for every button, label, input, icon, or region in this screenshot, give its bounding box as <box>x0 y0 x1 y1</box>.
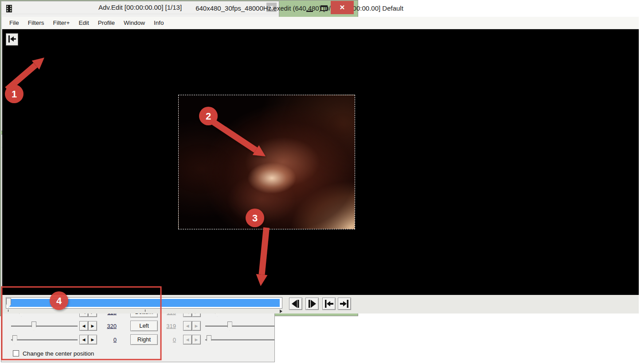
menu-window[interactable]: Window <box>119 19 149 26</box>
spin-decrease-icon: ◀ <box>183 335 192 345</box>
param-name-button[interactable]: Right <box>130 334 158 345</box>
spin-decrease-icon[interactable]: ◀ <box>79 335 88 345</box>
menu-file[interactable]: File <box>5 19 23 26</box>
go-to-start-icon[interactable] <box>6 33 18 46</box>
param-slider-right[interactable] <box>205 321 274 331</box>
slider-track <box>205 325 274 327</box>
param-slider-right[interactable] <box>205 335 274 345</box>
seek-fill <box>9 299 280 307</box>
close-icon[interactable]: ✕ <box>331 1 354 14</box>
slider-track <box>11 325 78 327</box>
seek-bar[interactable] <box>6 297 282 309</box>
spin-increase-icon: ▶ <box>192 321 201 331</box>
param-name-button[interactable]: Left <box>130 321 158 331</box>
seek-range-end-marker <box>280 310 282 313</box>
parameter-row: ◀▶0Right0◀▶ <box>1 333 275 346</box>
spin-decrease-icon[interactable]: ◀ <box>79 321 88 331</box>
param-value-left[interactable]: 320 <box>96 322 117 329</box>
param-slider-left[interactable] <box>11 321 78 331</box>
spin-buttons: ◀▶ <box>79 335 97 345</box>
seek-tick <box>8 310 8 312</box>
param-slider-left[interactable] <box>11 335 78 345</box>
maximize-icon[interactable] <box>320 5 328 11</box>
minimize-icon[interactable] <box>306 11 313 12</box>
slider-thumb[interactable] <box>227 321 232 330</box>
film-icon <box>5 5 13 14</box>
param-value-left[interactable]: 0 <box>96 336 117 343</box>
menu-bar: FileFiltersFilter+EditProfileWindowInfo <box>2 17 639 29</box>
preview-image-selection[interactable] <box>178 95 355 229</box>
slider-track <box>11 339 78 341</box>
slider-thumb[interactable] <box>12 335 17 344</box>
menu-profile[interactable]: Profile <box>94 19 119 26</box>
step-forward-icon[interactable] <box>305 298 319 310</box>
menu-filterplus[interactable]: Filter+ <box>49 19 74 26</box>
seek-tick <box>145 310 145 312</box>
spin-buttons-disabled: ◀▶ <box>183 321 201 331</box>
video-preview-area[interactable] <box>2 29 639 295</box>
screenshot: Adv.Edit [00:00:00.00] [1/13] x Root Lay… <box>0 0 641 364</box>
center-position-label: Change the center position <box>23 350 94 357</box>
spin-increase-icon[interactable]: ▶ <box>88 335 97 345</box>
spin-increase-icon: ▶ <box>192 335 201 345</box>
menu-edit[interactable]: Edit <box>74 19 93 26</box>
param-value-right: 0 <box>156 336 176 343</box>
slider-thumb[interactable] <box>207 335 211 344</box>
go-to-end-icon[interactable] <box>338 298 351 310</box>
param-value-right: 319 <box>156 322 176 329</box>
slider-thumb[interactable] <box>31 321 36 330</box>
spin-decrease-icon: ◀ <box>183 321 192 331</box>
main-window-title[interactable]: 640x480_30fps_48000Hz.exedit (640,480) [… <box>18 0 581 17</box>
spin-increase-icon[interactable]: ▶ <box>88 321 97 331</box>
menu-filters[interactable]: Filters <box>23 19 49 26</box>
step-back-icon[interactable] <box>289 298 302 310</box>
spin-buttons-disabled: ◀▶ <box>183 335 201 345</box>
parameter-row: ◀▶320Left319◀▶ <box>1 319 275 333</box>
main-preview-window: 640x480_30fps_48000Hz.exedit (640,480) [… <box>0 0 358 316</box>
slider-track <box>205 339 274 341</box>
menu-info[interactable]: Info <box>149 19 168 26</box>
go-to-start-icon[interactable] <box>322 298 336 310</box>
playback-controls <box>2 295 639 314</box>
spin-buttons: ◀▶ <box>79 321 97 331</box>
center-position-checkbox[interactable] <box>13 350 19 356</box>
